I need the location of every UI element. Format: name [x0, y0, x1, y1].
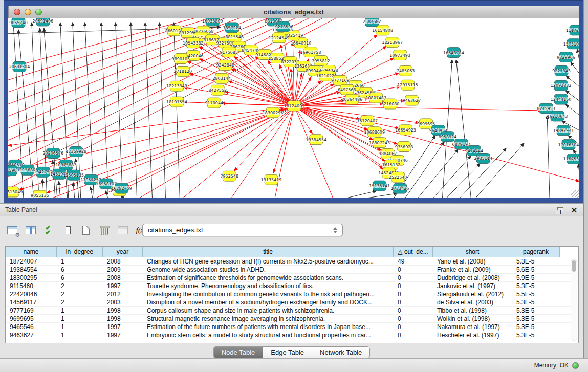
table-cell[interactable]: Wolkin et al. (1998): [433, 315, 512, 323]
graph-node[interactable]: 20206576: [43, 148, 64, 159]
graph-node[interactable]: 2522540: [389, 172, 407, 182]
graph-node[interactable]: 9170044: [205, 98, 223, 108]
graph-node[interactable]: 9175685: [220, 47, 238, 57]
table-row[interactable]: 1938455462009Genome-wide association stu…: [6, 266, 578, 274]
table-row[interactable]: 969969511998Structural magnetic resonanc…: [6, 315, 578, 323]
network-canvas[interactable]: 1872400718300295193845548660123891295418…: [8, 18, 579, 198]
table-cell[interactable]: 5.3E-5: [512, 307, 560, 315]
table-row[interactable]: 1456911722003Disruption of a novel membe…: [6, 298, 578, 307]
memory-status-icon[interactable]: [572, 362, 579, 369]
table-cell[interactable]: Yano et al. (2008): [433, 257, 512, 266]
column-header[interactable]: in_degree: [57, 247, 103, 257]
table-cell[interactable]: 19384554: [6, 266, 57, 274]
graph-node[interactable]: 8815546: [225, 32, 244, 42]
table-cell[interactable]: 1: [57, 257, 103, 266]
table-cell[interactable]: 5.3E-5: [512, 323, 560, 331]
table-cell[interactable]: 5.3E-5: [512, 331, 560, 339]
table-cell[interactable]: 1: [57, 331, 103, 339]
table-cell[interactable]: Embryonic stem cells: a model to study s…: [143, 331, 394, 339]
minimize-window-icon[interactable]: [25, 9, 31, 15]
table-cell[interactable]: 5.3E-5: [512, 257, 560, 266]
table-cell[interactable]: 49: [394, 257, 433, 266]
table-cell[interactable]: 0: [394, 282, 433, 290]
table-cell[interactable]: Corpus callosum shape and size in male p…: [143, 307, 394, 315]
show-column-icon[interactable]: [25, 225, 37, 236]
table-cell[interactable]: 1998: [103, 307, 143, 315]
delete-table-icon[interactable]: [117, 225, 129, 236]
network-window-titlebar[interactable]: citations_edges.txt: [8, 6, 579, 18]
table-cell[interactable]: Tibbo et al. (1998): [433, 307, 512, 315]
table-cell[interactable]: 5.3E-5: [512, 282, 560, 290]
graph-node[interactable]: 11172004: [566, 25, 579, 35]
graph-node[interactable]: 9055135: [31, 190, 49, 198]
graph-node[interactable]: 2935114: [474, 153, 493, 163]
graph-node[interactable]: 9463627: [403, 95, 421, 105]
table-cell[interactable]: 1997: [103, 282, 143, 290]
table-row[interactable]: 977716911998Corpus callosum shape and si…: [6, 307, 578, 315]
table-cell[interactable]: 1997: [103, 331, 143, 339]
close-panel-icon[interactable]: ✕: [571, 206, 577, 214]
column-header[interactable]: year: [103, 247, 143, 257]
table-cell[interactable]: Tourette syndrome. Phenomenology and cla…: [143, 282, 394, 290]
tab-network-table[interactable]: Network Table: [312, 347, 369, 358]
table-cell[interactable]: Estimation of significance thresholds fo…: [143, 274, 394, 282]
table-cell[interactable]: 9115460: [6, 282, 57, 290]
table-cell[interactable]: 0: [394, 315, 433, 323]
tab-edge-table[interactable]: Edge Table: [263, 347, 312, 358]
table-cell[interactable]: 6: [57, 266, 103, 274]
graph-node[interactable]: 12975115: [397, 80, 418, 90]
table-cell[interactable]: Disruption of a novel member of a sodium…: [143, 298, 394, 307]
table-cell[interactable]: de Silva et al. (2003): [433, 298, 512, 307]
table-cell[interactable]: 2: [57, 290, 103, 298]
graph-node[interactable]: 16648784: [443, 48, 464, 58]
graph-node[interactable]: 12613049: [8, 187, 23, 197]
graph-node[interactable]: 20691406: [33, 18, 54, 26]
table-cell[interactable]: 5.3E-5: [512, 298, 560, 307]
table-cell[interactable]: 9777169: [6, 307, 57, 315]
table-cell[interactable]: 14569117: [6, 298, 57, 307]
graph-node[interactable]: 19892971: [553, 125, 574, 136]
graph-node[interactable]: 15751074: [563, 39, 579, 49]
table-cell[interactable]: 0: [394, 290, 433, 298]
graph-node[interactable]: 18107554: [166, 97, 187, 107]
float-panel-icon[interactable]: [557, 207, 563, 212]
graph-node[interactable]: 9756928: [395, 142, 413, 152]
graph-node[interactable]: 7485063: [397, 65, 415, 76]
graph-node[interactable]: 11675300: [563, 154, 579, 164]
graph-node[interactable]: 12444150: [551, 94, 572, 104]
graph-node[interactable]: 8958924: [439, 132, 457, 142]
table-cell[interactable]: 1: [57, 307, 103, 315]
table-cell[interactable]: 1998: [103, 315, 143, 323]
graph-node[interactable]: 7955812: [312, 56, 330, 66]
zoom-window-icon[interactable]: [35, 9, 42, 15]
table-cell[interactable]: 22420046: [6, 290, 57, 298]
column-header[interactable]: name: [6, 247, 57, 257]
column-header[interactable]: short: [433, 247, 512, 257]
table-cell[interactable]: 2009: [103, 266, 143, 274]
table-cell[interactable]: 18300295: [6, 274, 57, 282]
graph-node[interactable]: 7952548: [220, 171, 238, 181]
table-cell[interactable]: 2012: [103, 290, 143, 298]
graph-node[interactable]: 15720407: [357, 116, 378, 126]
scrollbar-thumb[interactable]: [572, 260, 576, 272]
table-cell[interactable]: Investigating the contribution of common…: [143, 290, 394, 298]
table-row[interactable]: 2242004622012Investigating the contribut…: [6, 290, 578, 298]
table-cell[interactable]: 9465546: [6, 323, 57, 331]
table-cell[interactable]: 0: [394, 323, 433, 331]
table-cell[interactable]: 2008: [103, 257, 143, 266]
graph-node[interactable]: 12213349: [166, 81, 187, 91]
table-cell[interactable]: 0: [394, 298, 433, 307]
table-cell[interactable]: Structural magnetic resonance image aver…: [143, 315, 394, 323]
graph-node[interactable]: 12213967: [382, 37, 403, 48]
table-cell[interactable]: 6: [57, 274, 103, 282]
table-cell[interactable]: Stergiakouli et al. (2012): [433, 290, 512, 298]
table-cell[interactable]: 2003: [103, 298, 143, 307]
table-cell[interactable]: Changes of HCN gene expression and I(f) …: [143, 257, 394, 266]
table-cell[interactable]: 2008: [103, 274, 143, 282]
table-cell[interactable]: 2: [57, 282, 103, 290]
table-cell[interactable]: 5.6E-5: [512, 266, 560, 274]
new-table-icon[interactable]: [80, 225, 92, 236]
table-cell[interactable]: Genome-wide association studies in ADHD.: [143, 266, 394, 274]
table-cell[interactable]: 1997: [103, 323, 143, 331]
graph-node[interactable]: 10688609: [364, 127, 385, 137]
